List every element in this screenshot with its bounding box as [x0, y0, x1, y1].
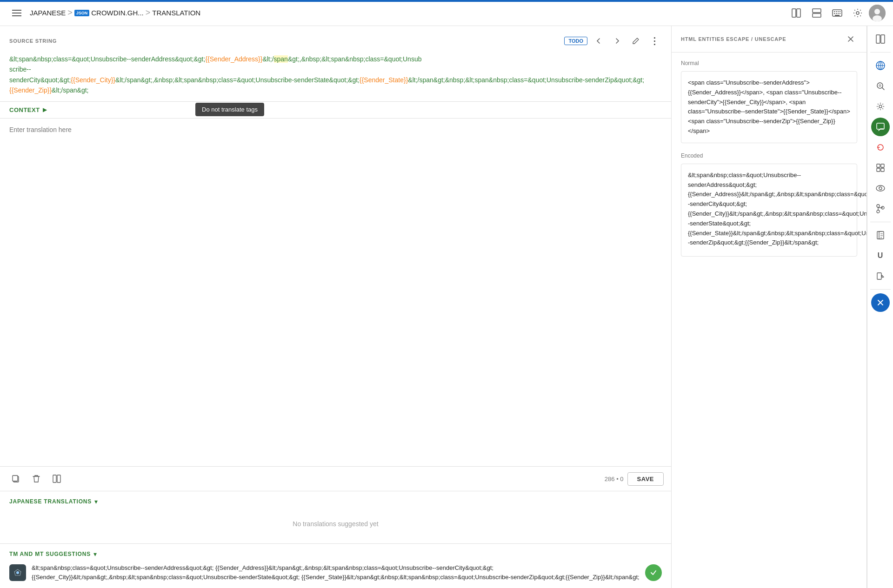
svg-rect-27: [876, 35, 880, 43]
no-translations-text: No translations suggested yet: [9, 511, 662, 537]
layout-split-icon[interactable]: [807, 4, 826, 22]
svg-rect-6: [813, 13, 821, 17]
svg-rect-41: [881, 168, 884, 172]
encoded-subsection: Encoded &lt;span&nbsp;class=&quot;Unsubs…: [681, 152, 857, 257]
svg-rect-8: [834, 11, 835, 12]
svg-rect-37: [877, 123, 884, 129]
svg-point-19: [874, 9, 880, 14]
source-text-green1: &lt;span&nbsp;class=&quot;Unsubscribe--s…: [9, 55, 205, 63]
sidebar-layout-icon[interactable]: [871, 30, 890, 48]
source-text-orange4: {{Sender_Zip}}: [9, 86, 52, 94]
svg-point-42: [876, 185, 885, 191]
normal-subsection: Normal <span class="Unsubscribe--senderA…: [681, 60, 857, 143]
avatar[interactable]: [869, 5, 886, 21]
encoded-label: Encoded: [681, 152, 857, 159]
sidebar-globe-icon[interactable]: [871, 56, 890, 75]
top-nav: JAPANESE > JSON CROWDIN.GH... > TRANSLAT…: [0, 0, 893, 26]
context-header[interactable]: CONTEXT ▶: [9, 106, 662, 113]
sidebar-gear-icon[interactable]: [871, 97, 890, 116]
tm-label: TM AND MT SUGGESTIONS: [9, 551, 91, 557]
source-text-highlight: span: [274, 55, 288, 63]
svg-point-35: [879, 85, 881, 86]
sidebar-doc-icon[interactable]: [871, 226, 890, 244]
encoded-content[interactable]: &lt;span&nbsp;class=&quot;Unsubscribe--s…: [681, 164, 857, 257]
source-section: SOURCE STRING TODO: [0, 26, 671, 102]
sidebar-comment-icon[interactable]: [871, 118, 890, 136]
translation-section: 286 • 0 SAVE: [0, 119, 671, 491]
svg-rect-2: [12, 15, 21, 16]
japanese-translations-arrow: ▾: [94, 498, 98, 505]
sidebar-eye-icon[interactable]: [871, 179, 890, 198]
svg-rect-11: [840, 11, 840, 12]
nav-right: [787, 4, 886, 22]
layout-single-icon[interactable]: [787, 4, 806, 22]
svg-rect-0: [12, 10, 21, 11]
japanese-translations-header[interactable]: JAPANESE TRANSLATIONS ▾: [9, 498, 662, 505]
svg-point-43: [879, 187, 882, 190]
tm-copy-button[interactable]: [645, 564, 662, 581]
next-string-button[interactable]: [610, 33, 625, 48]
context-section: CONTEXT ▶: [0, 102, 671, 119]
main-layout: SOURCE STRING TODO: [0, 26, 893, 588]
svg-rect-16: [835, 15, 840, 16]
settings-icon[interactable]: [848, 4, 867, 22]
breadcrumb-japanese[interactable]: JAPANESE: [30, 9, 66, 17]
keyboard-icon[interactable]: [828, 4, 846, 22]
source-text: &lt;span&nbsp;class=&quot;Unsubscribe--s…: [9, 54, 662, 96]
normal-label: Normal: [681, 60, 857, 66]
tm-arrow-icon: ▾: [93, 550, 97, 558]
svg-rect-9: [836, 11, 837, 12]
html-entities-content: Normal <span class="Unsubscribe--senderA…: [672, 53, 866, 588]
source-text-orange2: {{Sender_City}}: [71, 76, 115, 84]
tm-suggestion-text: &lt;span&nbsp;class=&quot;Unsubscribe--s…: [32, 563, 640, 581]
breadcrumb-file[interactable]: CROWDIN.GH...: [91, 9, 144, 17]
svg-point-17: [856, 12, 859, 14]
breadcrumb-translation[interactable]: TRANSLATION: [152, 9, 200, 17]
more-options-button[interactable]: ⋮: [647, 33, 662, 48]
svg-rect-10: [838, 11, 839, 12]
tm-section-header[interactable]: TM AND MT SUGGESTIONS ▾: [9, 550, 662, 558]
delete-translation-button[interactable]: [28, 470, 45, 487]
svg-rect-49: [879, 231, 884, 239]
sidebar-u-label[interactable]: U: [871, 246, 890, 265]
edit-string-button[interactable]: [628, 33, 643, 48]
sidebar-x-icon[interactable]: [871, 293, 890, 312]
tm-suggestion-item: &lt;span&nbsp;class=&quot;Unsubscribe--s…: [9, 563, 662, 581]
breadcrumb-sep2: >: [146, 8, 151, 18]
sidebar-branch-icon[interactable]: [871, 199, 890, 218]
right-panel-close-button[interactable]: [844, 33, 857, 46]
svg-rect-14: [838, 13, 839, 14]
svg-rect-53: [877, 273, 881, 279]
json-file-icon: JSON: [74, 10, 90, 16]
source-text-green2: &lt;/: [262, 55, 273, 63]
sidebar-divider2: [870, 222, 891, 222]
normal-content[interactable]: <span class="Unsubscribe--senderAddress"…: [681, 71, 857, 143]
svg-point-26: [16, 571, 19, 574]
svg-rect-23: [53, 475, 56, 482]
sidebar-search-icon[interactable]: [871, 77, 890, 95]
japanese-translations-section: JAPANESE TRANSLATIONS ▾ No translations …: [0, 491, 671, 544]
sidebar-grid-icon[interactable]: [871, 159, 890, 177]
nav-left: JAPANESE > JSON CROWDIN.GH... > TRANSLAT…: [7, 4, 783, 22]
svg-rect-39: [881, 164, 884, 167]
svg-rect-4: [797, 9, 800, 17]
editor-panel: SOURCE STRING TODO: [0, 26, 672, 588]
breadcrumb: JAPANESE > JSON CROWDIN.GH... > TRANSLAT…: [30, 8, 200, 18]
source-header: SOURCE STRING TODO: [9, 33, 662, 48]
bottom-sections: JAPANESE TRANSLATIONS ▾ No translations …: [0, 491, 671, 588]
copy-source-button[interactable]: [7, 470, 24, 487]
sidebar-refresh-icon[interactable]: [871, 138, 890, 157]
right-panel-title: HTML ENTITIES ESCAPE / UNESCAPE: [681, 36, 786, 42]
todo-badge[interactable]: TODO: [564, 37, 587, 45]
save-button[interactable]: SAVE: [627, 472, 664, 486]
hamburger-button[interactable]: [7, 4, 26, 22]
tooltip-do-not-translate: Do not translate tags: [195, 103, 264, 116]
svg-point-46: [877, 210, 880, 213]
sidebar-edit-doc-icon[interactable]: [871, 267, 890, 285]
translation-input[interactable]: [0, 119, 671, 466]
split-view-button[interactable]: [48, 470, 65, 487]
source-text-orange3: {{Sender_State}}: [360, 76, 408, 84]
prev-string-button[interactable]: [591, 33, 606, 48]
svg-rect-15: [840, 13, 840, 14]
tm-section: TM AND MT SUGGESTIONS ▾ &lt;span&nbsp;cl…: [0, 544, 671, 588]
